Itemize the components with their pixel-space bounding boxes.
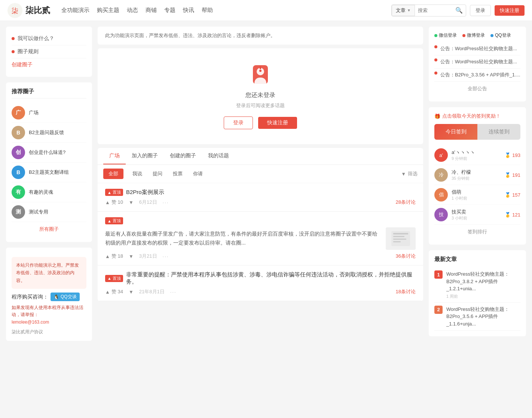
filter-row: 全部 我说 提问 投票 你请 ▼ 筛选 [98,165,423,183]
page-container: 我可以做什么？ 圈子规则 创建圈子 推荐圈子 广 广场 B B2主题问题反馈 创… [0,21,532,352]
login-btn[interactable]: 登录 [224,116,253,129]
post-title[interactable]: 非常重要的提醒：严禁使用本程序从事包括涉黄、涉毒、涉电信诈骗等任何违法活动，否则… [126,271,416,285]
tab-guangchang[interactable]: 广场 [103,148,126,164]
login-button[interactable]: 登录 [470,5,491,16]
vote-count: 赞 18 [111,253,123,260]
triangle-up-icon: ▲ [105,200,110,205]
search-type-selector[interactable]: 文章 ▼ [392,5,415,16]
search-type-label: 文章 [396,7,406,14]
search-input[interactable] [415,6,452,15]
post-footer: ▲ 赞 18 ▼ 3月21日 ··· 36条讨论 [105,253,416,260]
qq-button[interactable]: 🐧 QQ交谈 [51,293,80,301]
post-date: 3月21日 [139,253,157,260]
vote-up-button[interactable]: ▲ 赞 10 [105,199,123,206]
more-button[interactable]: ··· [170,289,177,295]
register-button[interactable]: 快速注册 [495,5,525,16]
rank-info: a'ヽヽヽヽ 9 分钟前 [452,149,501,161]
medal-icon: 🥇 [505,152,511,158]
nav-item-flash[interactable]: 快讯 [183,7,194,14]
create-circle-link[interactable]: 创建圈子 [12,58,86,71]
weibo-login-btn[interactable]: 微博登录 [462,32,485,39]
consult-label: 程序购买咨询： [12,294,48,300]
gift-icon: 🎁 [434,113,440,119]
circle-item-guangchang[interactable]: 广 广场 [12,103,86,123]
qq-icon: 🐧 [53,294,59,300]
circle-item-test[interactable]: 测 测试专用 [12,202,86,222]
rank-avatar: a' [434,148,448,162]
sticky-label: 置顶 [113,190,121,195]
announce-item-2[interactable]: 公告：WordPress轻社交购物主题... [434,55,520,69]
post-title[interactable]: B2Pro案例展示 [126,189,164,196]
arrow-up-icon: ▲ [107,190,111,195]
circle-item-b2feedback[interactable]: B B2主题问题反馈 [12,123,86,143]
notice-bar: 此为功能演示页面，严禁发布低俗、违法、涉及政治的言论，违反者删除账户。 [98,27,423,45]
login-icon [249,63,272,86]
circle-item-b2en[interactable]: B B2主题英文翻译组 [12,163,86,182]
filter-vote[interactable]: 投票 [168,169,188,179]
recommend-circles-panel: 推荐圈子 广 广场 B B2主题问题反馈 创 创业是什么味道? B B2主题英文… [6,82,92,242]
all-rank-link[interactable]: 签到排行 [434,225,520,239]
nav-item-shop[interactable]: 商铺 [146,7,157,14]
rank-score: 🥇 191 [505,172,520,178]
discussion-link[interactable]: 28条讨论 [396,199,416,206]
more-button[interactable]: ··· [163,200,169,205]
sign-today-button[interactable]: 今日签到 [434,124,477,140]
nav-item-dynamic[interactable]: 动态 [127,7,138,14]
circle-avatar: B [12,166,25,179]
qq-login-btn[interactable]: QQ登录 [490,32,511,39]
logo-text: 柒比贰 [25,5,50,16]
arrow-up-icon: ▲ [107,219,111,223]
nav-item-help[interactable]: 帮助 [202,7,213,14]
menu-item-rules[interactable]: 圈子规则 [12,45,86,58]
announce-item-3[interactable]: 公告：B2Pro_3.3.56 + APP插件_1.... [434,69,520,82]
search-button[interactable]: 🔍 [452,5,466,16]
dot-icon [12,37,15,40]
vote-up-button[interactable]: ▲ 赞 34 [105,288,123,295]
nav-item-demo[interactable]: 全功能演示 [61,7,89,14]
vote-down-button[interactable]: ▼ [129,254,134,259]
circle-item-startup[interactable]: 创 创业是什么味道? [12,143,86,163]
filter-all[interactable]: 全部 [103,169,123,179]
tab-created[interactable]: 创建的圈子 [164,148,202,164]
sign-streak-button[interactable]: 连续签到 [477,124,520,140]
discussion-link[interactable]: 18条讨论 [396,288,416,295]
register-btn[interactable]: 快速注册 [258,117,297,129]
circle-name: 创业是什么味道? [29,149,65,156]
all-circles-link[interactable]: 所有圈子 [12,222,86,236]
tab-joined[interactable]: 加入的圈子 [126,148,164,164]
vote-down-button[interactable]: ▼ [129,289,134,295]
article-item-2[interactable]: 2 WordPress轻社交购物主题：B2Pro_3.5.6 + APP插件_1… [434,303,520,331]
discussion-link[interactable]: 36条讨论 [396,253,416,260]
announce-item-1[interactable]: 公告：WordPress轻社交购物主题... [434,42,520,55]
agreement-link[interactable]: 柒比贰用户协议 [12,329,86,335]
wechat-login-btn[interactable]: 微信登录 [434,32,457,39]
main-nav: 全功能演示 购买主题 动态 商铺 专题 快讯 帮助 [61,7,391,14]
menu-item-rules-label: 圈子规则 [18,48,39,55]
circle-avatar: 测 [12,205,25,219]
post-body: 最近有人喜欢批量在圈子里发广告，请大家注意防范，有条件的最好开启百度审核，没开启… [105,230,380,248]
filter-invite[interactable]: 你请 [188,169,208,179]
filter-question[interactable]: 提问 [147,169,168,179]
all-announce-link[interactable]: 全部公告 [434,82,520,96]
filter-me[interactable]: 我说 [127,169,147,179]
report-email[interactable]: lemolee@163.com [12,319,49,325]
sticky-tag: ▲ 置顶 [105,189,123,196]
vote-down-button[interactable]: ▼ [129,200,134,205]
post-footer: ▲ 赞 34 ▼ 21年8月1日 ··· 18条讨论 [105,288,416,295]
rank-item-4: 技 技买卖 3 小时前 🥇 121 [434,205,520,225]
nav-item-buy[interactable]: 购买主题 [97,7,119,14]
circle-item-soul[interactable]: 有 有趣的灵魂 [12,182,86,202]
vote-up-button[interactable]: ▲ 赞 18 [105,253,123,260]
menu-item-whatcando[interactable]: 我可以做什么？ [12,32,86,45]
svg-rect-9 [393,239,406,240]
sign-promo[interactable]: 🎁 点击领取今天的签到奖励！ [434,113,520,119]
triangle-down-icon: ▼ [129,200,134,205]
more-button[interactable]: ··· [163,254,169,259]
tab-mytopic[interactable]: 我的话题 [202,148,235,164]
filter-selector[interactable]: ▼ 筛选 [401,170,418,177]
article-item-1[interactable]: 1 WordPress轻社交购物主题：B2Pro_3.8.2 + APP插件_1… [434,267,520,303]
nav-item-special[interactable]: 专题 [164,7,175,14]
rank-name: a'ヽヽヽヽ [452,149,501,156]
logo[interactable]: 柒 柒比贰 [7,3,50,18]
filter-icon: ▼ [401,171,406,177]
